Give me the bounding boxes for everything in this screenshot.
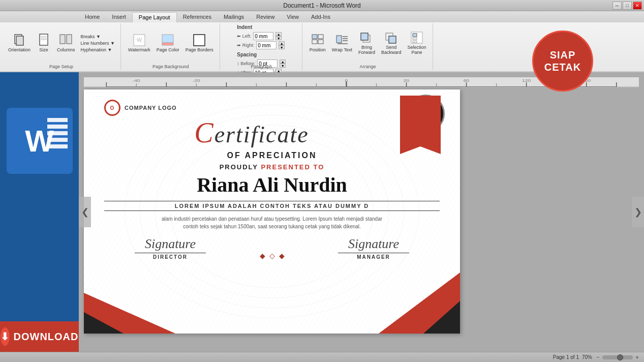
window-title: Document1 - Microsoft Word [283, 2, 361, 9]
svg-rect-30 [413, 41, 417, 43]
indent-left-row: ⬅ Left: ▲ ▼ [237, 32, 286, 40]
svg-rect-16 [312, 40, 317, 44]
sig-block-manager: Signature MANAGER [338, 236, 409, 260]
tab-page-layout[interactable]: Page Layout [132, 12, 177, 22]
page-setup-small-buttons: Breaks ▼ Line Numbers ▼ Hyphenation ▼ [79, 34, 116, 53]
svg-text:-20: -20 [193, 78, 200, 82]
orientation-button[interactable]: Orientation [6, 33, 33, 54]
wrap-text-label: Wrap Text [332, 48, 352, 53]
window-controls: ─ □ ✕ [612, 2, 642, 10]
selection-pane-button[interactable]: SelectionPane [405, 30, 428, 56]
indent-left-icon: ⬅ Left: [237, 34, 251, 39]
ribbon-group-page-background: W Watermark Page Color Page Borders [122, 23, 220, 70]
ribbon-tabs: Home Insert Page Layout References Maili… [0, 11, 644, 22]
size-button[interactable]: Size [35, 33, 53, 54]
indent-left-down[interactable]: ▼ [275, 36, 282, 40]
send-backward-button[interactable]: SendBackward [379, 30, 404, 56]
page-borders-button[interactable]: Page Borders [183, 33, 216, 54]
indent-right-input[interactable] [256, 41, 277, 49]
columns-button[interactable]: Columns [55, 33, 77, 54]
close-button[interactable]: ✕ [633, 2, 642, 10]
word-logo: W [7, 108, 73, 174]
word-line-3 [47, 131, 68, 135]
columns-label: Columns [57, 48, 75, 53]
line-numbers-button[interactable]: Line Numbers ▼ [79, 40, 116, 46]
arrange-label: Arrange [360, 64, 376, 69]
download-label: DOWNLOAD [14, 331, 79, 343]
svg-rect-18 [336, 36, 342, 43]
indent-right-spin: ▲ ▼ [279, 41, 285, 49]
breaks-label: Breaks ▼ [81, 34, 101, 39]
page-setup-items: Orientation Size Columns Breaks ▼ [6, 24, 116, 69]
svg-text:20: 20 [404, 78, 410, 82]
svg-rect-11 [162, 35, 173, 43]
orientation-icon [12, 34, 26, 48]
sig-text-2: Signature [338, 236, 409, 252]
cert-dummy-text: LOREM IPSUM ADALAH CONTOH TEKS ATAU DUMM… [104, 201, 440, 211]
breaks-button[interactable]: Breaks ▼ [79, 34, 116, 40]
send-backward-icon [384, 31, 398, 45]
spacing-before-up[interactable]: ▲ [280, 59, 286, 64]
hyphenation-button[interactable]: Hyphenation ▼ [79, 47, 116, 53]
bring-forward-button[interactable]: BringForward [356, 30, 377, 56]
page-info: Page 1 of 1 [553, 354, 579, 360]
indent-left-input[interactable] [253, 32, 273, 40]
cert-presented-prefix: PROUDLY [220, 163, 261, 171]
nav-prev-button[interactable]: ❮ [79, 197, 91, 227]
size-label: Size [39, 48, 48, 53]
page-color-button[interactable]: Page Color [155, 33, 181, 54]
tab-view[interactable]: View [281, 12, 305, 22]
position-icon [311, 34, 325, 48]
tab-mailings[interactable]: Mailings [218, 12, 250, 22]
line-numbers-label: Line Numbers ▼ [81, 41, 115, 46]
position-button[interactable]: Position [308, 33, 328, 54]
tab-insert[interactable]: Insert [106, 12, 132, 22]
svg-text:120: 120 [522, 78, 531, 82]
wrap-text-button[interactable]: Wrap Text [330, 33, 354, 54]
hyphenation-label: Hyphenation ▼ [81, 47, 112, 52]
page-background-items: W Watermark Page Color Page Borders [126, 24, 216, 69]
tab-add-ins[interactable]: Add-Ins [305, 12, 336, 22]
maximize-button[interactable]: □ [623, 2, 632, 10]
sig-text-1: Signature [135, 236, 206, 252]
indent-right-row: ➡ Right: ▲ ▼ [237, 41, 286, 49]
ribbon-group-arrange: Position Wrap Text BringForward [303, 23, 433, 70]
svg-rect-28 [413, 34, 417, 37]
title-bar: Document1 - Microsoft Word ─ □ ✕ [0, 0, 644, 11]
send-backward-label: SendBackward [381, 45, 402, 55]
word-line-4 [47, 138, 68, 142]
page-color-label: Page Color [157, 48, 179, 53]
spacing-before-down[interactable]: ▼ [280, 64, 286, 68]
page-color-icon [161, 34, 175, 48]
siap-text-1: SIAP [550, 49, 576, 61]
certificate-content: BEST AWARD ★★★ O COMPANY LOGO [84, 89, 460, 334]
svg-rect-15 [318, 35, 323, 39]
zoom-out-btn[interactable]: － [595, 353, 601, 361]
indent-left-up[interactable]: ▲ [275, 32, 282, 36]
zoom-slider[interactable] [602, 355, 633, 359]
nav-next-button[interactable]: ❯ [632, 197, 644, 227]
wrap-text-icon [335, 34, 349, 48]
svg-rect-13 [194, 35, 205, 46]
tab-references[interactable]: References [177, 12, 218, 22]
svg-rect-6 [60, 35, 65, 44]
size-icon [37, 34, 51, 48]
download-button[interactable]: ⬇ DOWNLOAD [0, 321, 79, 352]
page-background-label: Page Background [152, 64, 189, 69]
svg-rect-1 [16, 36, 23, 45]
zoom-in-btn[interactable]: ＋ [634, 353, 640, 361]
svg-rect-24 [361, 33, 368, 40]
tab-home[interactable]: Home [79, 12, 106, 22]
status-right: Page 1 of 1 70% － ＋ [553, 353, 640, 361]
zoom-controls: － ＋ [595, 353, 640, 361]
tab-review[interactable]: Review [250, 12, 281, 22]
svg-rect-14 [312, 35, 317, 39]
word-line-1 [47, 118, 68, 122]
watermark-button[interactable]: W Watermark [126, 33, 152, 54]
indent-right-up[interactable]: ▲ [279, 41, 285, 45]
indent-right-down[interactable]: ▼ [279, 45, 285, 49]
cert-lorem-text: alam industri percetakan dan penataan hu… [160, 215, 384, 230]
svg-rect-29 [413, 38, 417, 40]
svg-text:0: 0 [345, 78, 348, 82]
minimize-button[interactable]: ─ [612, 2, 622, 10]
